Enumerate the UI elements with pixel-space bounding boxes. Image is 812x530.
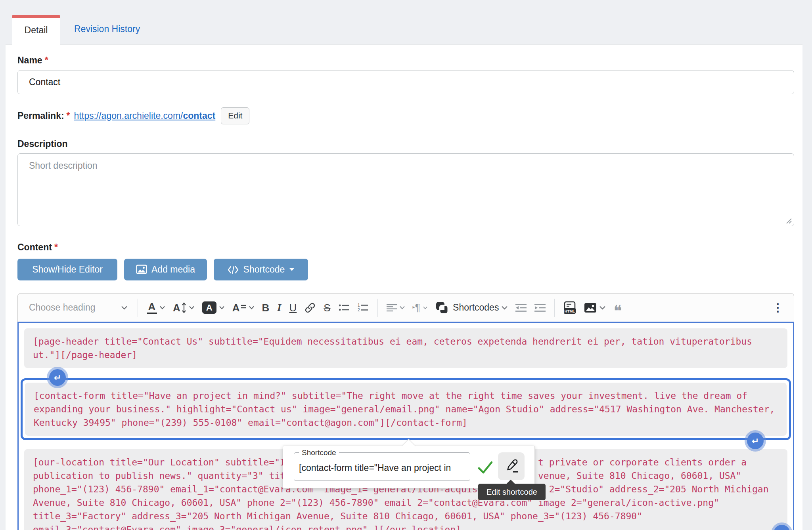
html-source-button[interactable]: HTML bbox=[559, 298, 580, 317]
underline-button[interactable]: U bbox=[285, 298, 301, 317]
check-icon bbox=[477, 460, 494, 475]
chevron-down-icon bbox=[599, 306, 605, 310]
chevron-down-icon bbox=[423, 306, 427, 309]
indent-icon bbox=[534, 303, 546, 312]
shortcodes-icon bbox=[435, 301, 449, 315]
bold-icon: B bbox=[262, 303, 270, 313]
svg-text:HTML: HTML bbox=[565, 309, 575, 313]
show-hide-editor-button[interactable]: Show/Hide Editor bbox=[17, 259, 117, 280]
paragraph-direction-button[interactable]: ▸¶ bbox=[409, 298, 431, 317]
insert-image-button[interactable] bbox=[580, 298, 609, 317]
italic-icon: I bbox=[277, 303, 281, 313]
caret-down-icon bbox=[289, 268, 295, 271]
font-size-icon: A bbox=[173, 303, 180, 313]
font-size-button[interactable]: A bbox=[169, 298, 198, 317]
image-icon bbox=[136, 265, 147, 275]
shortcode-field: Shortcode bbox=[294, 452, 470, 481]
required-asterisk: * bbox=[67, 111, 70, 121]
bold-button[interactable]: B bbox=[258, 298, 274, 317]
permalink-edit-button[interactable]: Edit bbox=[221, 107, 249, 124]
blockquote-icon: ❝ bbox=[613, 308, 622, 314]
numbered-list-button[interactable]: 1 2 bbox=[354, 298, 373, 317]
text-style-button[interactable]: A bbox=[228, 298, 258, 317]
shortcode-button[interactable]: Shortcode bbox=[214, 259, 308, 280]
edit-shortcode-tooltip: Edit shortcode bbox=[478, 484, 546, 500]
indent-button[interactable] bbox=[530, 298, 550, 317]
blockquote-button[interactable]: ❝ bbox=[609, 298, 626, 317]
align-left-icon bbox=[387, 304, 397, 312]
svg-text:1: 1 bbox=[358, 303, 360, 307]
editor-content-area[interactable]: [page-header title="Contact Us" subtitle… bbox=[17, 322, 794, 530]
font-color-icon: A bbox=[147, 301, 157, 314]
chevron-down-icon bbox=[502, 306, 508, 310]
tab-detail[interactable]: Detail bbox=[12, 15, 60, 45]
permalink-link[interactable]: https://agon.archielite.com/contact bbox=[74, 111, 216, 121]
shortcode-block-contact-form[interactable]: [contact-form title="Have an project in … bbox=[25, 383, 787, 436]
name-label: Name* bbox=[17, 55, 48, 66]
tab-revision-history[interactable]: Revision History bbox=[74, 24, 140, 34]
bullet-list-button[interactable] bbox=[335, 298, 354, 317]
insert-paragraph-after-button[interactable]: ↵ bbox=[747, 433, 764, 449]
add-media-button[interactable]: Add media bbox=[124, 259, 207, 280]
shortcodes-dropdown[interactable]: Shortcodes bbox=[431, 298, 511, 317]
chevron-down-icon bbox=[400, 306, 405, 309]
highlight-button[interactable]: A bbox=[198, 298, 228, 317]
numbered-list-icon: 1 2 bbox=[358, 303, 369, 313]
permalink-row: Permalink: * https://agon.archielite.com… bbox=[17, 107, 249, 124]
strikethrough-icon: S bbox=[324, 303, 330, 313]
permalink-slug: contact bbox=[183, 111, 215, 121]
rich-text-editor: Choose heading A A bbox=[17, 293, 794, 530]
outdent-button[interactable] bbox=[511, 298, 530, 317]
toolbar-separator bbox=[554, 299, 555, 317]
description-textarea[interactable]: Short description bbox=[17, 153, 794, 226]
more-icon: ⋮ bbox=[772, 301, 783, 314]
chevron-down-icon bbox=[249, 306, 254, 309]
chevron-down-icon bbox=[189, 306, 194, 309]
font-size-arrows-icon bbox=[182, 302, 186, 313]
required-asterisk: * bbox=[54, 242, 58, 252]
resize-handle-icon[interactable] bbox=[784, 216, 792, 224]
text-style-icon: A bbox=[232, 303, 240, 313]
alignment-button[interactable] bbox=[383, 298, 409, 317]
highlight-icon: A bbox=[202, 301, 216, 314]
description-label: Description bbox=[17, 139, 68, 149]
text-style-lines-icon bbox=[241, 304, 246, 312]
heading-dropdown[interactable]: Choose heading bbox=[22, 298, 133, 317]
insert-paragraph-before-button[interactable]: ↵ bbox=[49, 369, 66, 386]
svg-text:2: 2 bbox=[358, 308, 360, 312]
shortcode-block-page-header[interactable]: [page-header title="Contact Us" subtitle… bbox=[24, 328, 787, 368]
shortcode-edit-popup: Shortcode bbox=[283, 446, 535, 488]
confirm-shortcode-button[interactable] bbox=[474, 458, 496, 477]
font-color-button[interactable]: A bbox=[143, 298, 169, 317]
tab-detail-label: Detail bbox=[25, 25, 48, 36]
content-button-row: Show/Hide Editor Add media Shortcode bbox=[17, 259, 308, 280]
required-asterisk: * bbox=[45, 55, 48, 65]
edit-shortcode-button[interactable] bbox=[498, 452, 525, 480]
link-button[interactable] bbox=[301, 298, 320, 317]
toolbar-separator bbox=[761, 299, 761, 317]
italic-button[interactable]: I bbox=[273, 298, 285, 317]
selected-shortcode-widget[interactable]: ↵ [contact-form title="Have an project i… bbox=[21, 378, 791, 440]
content-panel: Name* Permalink: * https://agon.archieli… bbox=[6, 44, 802, 530]
code-icon bbox=[227, 265, 239, 274]
toolbar-separator bbox=[138, 299, 138, 317]
page: Detail Revision History Name* Permalink:… bbox=[0, 0, 812, 530]
html-source-icon: HTML bbox=[563, 301, 576, 315]
image-block-icon bbox=[584, 302, 597, 313]
link-icon bbox=[304, 302, 316, 313]
outdent-icon bbox=[515, 303, 527, 312]
underline-icon: U bbox=[289, 303, 297, 313]
toolbar-separator bbox=[377, 299, 378, 317]
content-label: Content* bbox=[17, 242, 58, 253]
strikethrough-button[interactable]: S bbox=[320, 298, 334, 317]
pencil-icon bbox=[504, 458, 519, 474]
tab-bar: Detail Revision History bbox=[0, 0, 812, 44]
chevron-down-icon bbox=[121, 306, 127, 310]
editor-toolbar: Choose heading A A bbox=[17, 293, 794, 322]
name-input[interactable] bbox=[17, 70, 794, 94]
shortcode-input[interactable] bbox=[294, 453, 470, 480]
description-placeholder: Short description bbox=[29, 160, 98, 171]
permalink-label: Permalink: bbox=[17, 111, 64, 121]
more-options-button[interactable]: ⋮ bbox=[766, 298, 790, 317]
chevron-down-icon bbox=[219, 306, 224, 309]
